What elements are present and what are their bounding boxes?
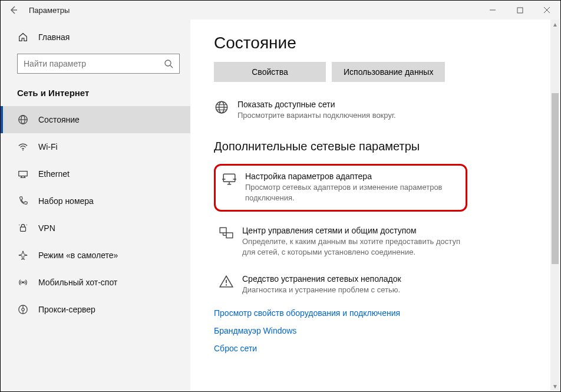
search-input[interactable]: [17, 54, 180, 74]
sidebar-item-ethernet[interactable]: Ethernet: [1, 160, 190, 187]
svg-rect-2: [517, 8, 523, 13]
network-center-icon: [219, 226, 234, 241]
window-title: Параметры: [29, 6, 70, 15]
minimize-icon: [489, 6, 496, 14]
globe-icon: [214, 100, 229, 115]
window-controls: [479, 1, 560, 19]
home-icon: [17, 31, 29, 43]
sidebar-item-airplane[interactable]: Режим «в самолете»: [1, 242, 190, 269]
troubleshooter-row[interactable]: Средство устранения сетевых неполадок Ди…: [214, 271, 467, 299]
scroll-down-icon[interactable]: ▼: [550, 381, 560, 391]
maximize-button[interactable]: [506, 1, 533, 19]
svg-point-10: [22, 150, 24, 151]
properties-button[interactable]: Свойства: [214, 62, 326, 82]
sidebar-item-label: Мобильный хот-спот: [38, 278, 117, 287]
svg-point-5: [165, 60, 171, 66]
adapter-settings-row[interactable]: Настройка параметров адаптера Просмотр с…: [214, 164, 467, 211]
sidebar-category: Сеть и Интернет: [1, 84, 190, 106]
proxy-icon: [17, 304, 29, 315]
ethernet-icon: [17, 168, 29, 180]
row-desc: Просмотр сетевых адаптеров и изменение п…: [245, 182, 460, 203]
svg-point-38: [226, 284, 227, 285]
svg-point-20: [22, 308, 25, 311]
vpn-icon: [17, 222, 29, 234]
row-title: Центр управления сетями и общим доступом: [242, 226, 463, 235]
scroll-up-icon[interactable]: ▲: [550, 19, 560, 29]
svg-rect-11: [19, 172, 27, 176]
sidebar-item-label: Ethernet: [38, 169, 70, 179]
back-button[interactable]: [1, 1, 27, 19]
main-content: Состояние Свойства Использование данных …: [190, 19, 560, 391]
row-desc: Определите, к каким данным вы хотите пре…: [242, 236, 463, 258]
svg-rect-34: [226, 232, 233, 238]
warning-icon: [219, 274, 234, 289]
row-title: Показать доступные сети: [237, 100, 396, 109]
arrow-left-icon: [9, 5, 18, 15]
svg-point-17: [27, 225, 27, 225]
link-firewall[interactable]: Брандмауэр Windows: [214, 326, 543, 335]
page-title: Состояние: [214, 34, 543, 52]
link-network-reset[interactable]: Сброс сети: [214, 344, 543, 353]
network-sharing-center-row[interactable]: Центр управления сетями и общим доступом…: [214, 222, 467, 261]
scrollbar-thumb[interactable]: [552, 93, 559, 264]
close-button[interactable]: [533, 1, 560, 19]
search-field[interactable]: [24, 59, 164, 68]
sidebar-item-label: Состояние: [38, 115, 80, 124]
sidebar-item-status[interactable]: Состояние: [1, 106, 190, 133]
available-networks-row[interactable]: Показать доступные сети Просмотрите вари…: [214, 100, 543, 121]
sidebar-item-label: Режим «в самолете»: [38, 251, 118, 260]
data-usage-button[interactable]: Использование данных: [332, 62, 445, 82]
row-desc: Просмотрите варианты подключения вокруг.: [237, 110, 396, 121]
hotspot-icon: [17, 276, 29, 288]
svg-line-6: [170, 65, 173, 68]
sidebar-item-vpn[interactable]: VPN: [1, 215, 190, 242]
svg-rect-33: [220, 228, 226, 233]
sidebar-item-label: VPN: [38, 223, 55, 233]
minimize-button[interactable]: [479, 1, 506, 19]
phone-icon: [17, 195, 29, 207]
sidebar-item-dialup[interactable]: Набор номера: [1, 187, 190, 215]
svg-point-18: [22, 281, 24, 284]
monitor-icon: [222, 172, 237, 187]
sidebar-item-label: Прокси-сервер: [38, 305, 95, 314]
svg-rect-28: [223, 174, 235, 182]
sidebar-item-hotspot[interactable]: Мобильный хот-спот: [1, 269, 190, 296]
wifi-icon: [17, 141, 29, 153]
link-hardware-properties[interactable]: Просмотр свойств оборудования и подключе…: [214, 308, 543, 318]
airplane-icon: [17, 249, 29, 261]
row-title: Настройка параметров адаптера: [245, 172, 460, 181]
sidebar-item-proxy[interactable]: Прокси-сервер: [1, 296, 190, 323]
sidebar-item-home[interactable]: Главная: [1, 25, 190, 49]
title-bar: Параметры: [1, 1, 560, 19]
search-icon: [164, 59, 173, 68]
scrollbar[interactable]: ▲ ▼: [550, 19, 560, 391]
sidebar-home-label: Главная: [38, 32, 70, 42]
svg-rect-15: [21, 227, 26, 231]
row-desc: Диагностика и устранение проблем с сетью…: [242, 285, 401, 295]
sidebar-item-label: Набор номера: [38, 196, 94, 206]
sidebar-item-label: Wi-Fi: [38, 142, 58, 151]
sidebar: Главная Сеть и Интернет Состояние: [1, 19, 190, 391]
svg-point-16: [19, 225, 19, 225]
sidebar-item-wifi[interactable]: Wi-Fi: [1, 133, 190, 160]
globe-icon: [17, 114, 29, 126]
sidebar-nav: Состояние Wi-Fi Ethernet Набор номера: [1, 106, 190, 323]
section-title: Дополнительные сетевые параметры: [214, 140, 543, 153]
row-title: Средство устранения сетевых неполадок: [242, 274, 401, 284]
maximize-icon: [517, 7, 523, 14]
close-icon: [543, 6, 550, 14]
links-section: Просмотр свойств оборудования и подключе…: [214, 308, 543, 353]
